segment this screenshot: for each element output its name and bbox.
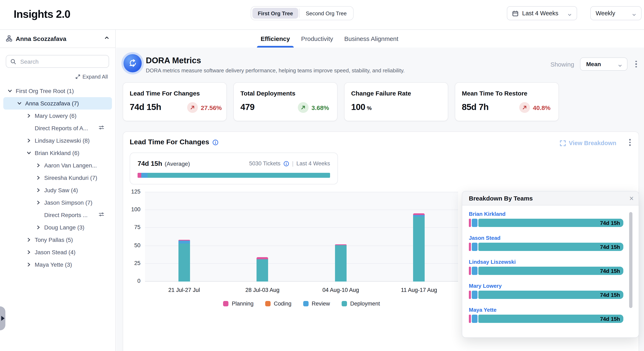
org-chart-icon (6, 35, 12, 42)
team-name-link[interactable]: Mary Lowery (469, 283, 502, 289)
tree-item-jason-simpson-7[interactable]: Jason Simpson (7) (3, 196, 112, 209)
chevron-right-icon[interactable] (36, 188, 41, 193)
bar-segment-review (472, 243, 478, 251)
chevron-right-icon[interactable] (36, 175, 41, 180)
date-range-dropdown[interactable]: Last 4 Weeks (507, 6, 577, 20)
filter-settings-icon[interactable] (98, 211, 104, 219)
aggregation-dropdown[interactable]: Mean (580, 58, 628, 71)
average-value-row: 74d 15h (Average) (138, 160, 190, 167)
expand-corners-icon (560, 140, 566, 146)
dora-kebab-menu-icon[interactable] (633, 61, 639, 68)
tree-item-lindsay-liszewski-8[interactable]: Lindsay Liszewski (8) (3, 134, 112, 147)
bar-segment-deployment: 74d 15h (478, 291, 623, 299)
date-range-value: Last 4 Weeks (522, 10, 558, 17)
tree-item-sireesha-kunduri-7[interactable]: Sireesha Kunduri (7) (3, 172, 112, 184)
tree-item-mary-lowery-6[interactable]: Mary Lowery (6) (3, 110, 112, 122)
tree-item-label: Lindsay Liszewski (8) (35, 137, 90, 144)
tree-item-judy-saw-4[interactable]: Judy Saw (4) (3, 184, 112, 196)
tree-item-aaron-van-langen[interactable]: Aaron Van Langen... (3, 159, 112, 172)
gridline-y-100 (145, 210, 458, 210)
tree-item-label: Maya Yette (3) (35, 261, 72, 268)
legend-item-deployment[interactable]: Deployment (342, 300, 380, 307)
team-name-link[interactable]: Lindsay Liszewski (469, 259, 516, 265)
panel-scrollbar-thumb[interactable] (629, 212, 632, 308)
tree-item-label: Mary Lowery (6) (35, 112, 76, 119)
legend-swatch (265, 301, 270, 306)
bar-04-aug-10-aug[interactable] (335, 244, 346, 281)
close-icon[interactable]: × (629, 195, 634, 202)
team-row-jason-stead: Jason Stead74d 15h (462, 234, 639, 258)
team-row-maya-yette: Maya Yette74d 15h (462, 305, 639, 329)
chevron-right-icon[interactable] (36, 225, 41, 230)
metric-title: Lead Time For Changes (130, 90, 200, 97)
chevron-down-icon[interactable] (17, 101, 22, 106)
view-breakdown-button[interactable]: View Breakdown (560, 140, 616, 146)
average-value: 74d 15h (138, 160, 162, 167)
y-tick-label: 50 (123, 242, 140, 248)
team-value: 74d 15h (600, 220, 620, 226)
tab-business-alignment[interactable]: Business Alignment (344, 29, 398, 48)
chevron-down-icon[interactable] (26, 151, 32, 155)
chevron-right-icon[interactable] (36, 200, 41, 205)
tree-item-direct-reports-of-a[interactable]: Direct Reports of A... (3, 122, 112, 134)
org-toggle-option-first-org-tree[interactable]: First Org Tree (252, 8, 298, 19)
team-name-link[interactable]: Brian Kirkland (469, 211, 506, 217)
expand-all-button[interactable]: Expand All (76, 74, 108, 80)
metric-unit: % (367, 105, 372, 111)
tree-item-brian-kirkland-6[interactable]: Brian Kirkland (6) (3, 147, 112, 159)
chevron-right-icon[interactable] (36, 163, 41, 168)
expand-panel-edge-button[interactable] (0, 306, 5, 330)
average-meta-row: 5030 Tickets | Last 4 Weeks (249, 160, 330, 167)
chevron-right-icon[interactable] (26, 262, 32, 267)
team-name-link[interactable]: Jason Stead (469, 235, 500, 241)
top-controls: Last 4 Weeks Weekly (507, 6, 642, 20)
bar-21-jul-27-jul[interactable] (178, 240, 190, 281)
breakdown-by-teams-panel: Breakdown By Teams × Brian Kirkland74d 1… (462, 191, 639, 338)
chevron-right-icon[interactable] (26, 138, 32, 143)
info-icon[interactable] (212, 139, 219, 145)
gridline-y-125 (145, 192, 458, 192)
chart-kebab-menu-icon[interactable] (627, 139, 633, 146)
tree-item-tony-pallas-5[interactable]: Tony Pallas (5) (3, 234, 112, 246)
filter-settings-icon[interactable] (98, 124, 104, 132)
tree-item-jason-stead-4[interactable]: Jason Stead (4) (3, 246, 112, 258)
tab-efficiency[interactable]: Efficiency (261, 29, 290, 48)
chevron-down-icon[interactable] (8, 89, 12, 93)
legend-item-planning[interactable]: Planning (223, 300, 254, 307)
bar-segment-planning (469, 219, 471, 227)
chevron-right-icon[interactable] (26, 237, 32, 242)
legend-item-coding[interactable]: Coding (265, 300, 292, 307)
gridline-y-50 (145, 245, 458, 246)
granularity-dropdown[interactable]: Weekly (590, 6, 642, 20)
gridline-y-0 (145, 281, 458, 281)
team-value: 74d 15h (600, 268, 620, 274)
avg-bar-segment-planning (138, 173, 141, 178)
tree-item-direct-reports[interactable]: Direct Reports ... (3, 209, 112, 221)
breakdown-panel-header: Breakdown By Teams × (462, 191, 639, 205)
tab-productivity[interactable]: Productivity (301, 29, 333, 48)
insights-dashboard: Insights 2.0 First Org TreeSecond Org Tr… (0, 0, 644, 351)
bar-28-jul-03-aug[interactable] (257, 257, 268, 282)
bar-segment-deployment: 74d 15h (478, 315, 623, 323)
team-name-link[interactable]: Maya Yette (469, 307, 496, 313)
tree-item-maya-yette-3[interactable]: Maya Yette (3) (3, 258, 112, 271)
bar-segment-deployment (413, 217, 425, 281)
legend-item-review[interactable]: Review (303, 300, 330, 307)
collapse-sidebar-chevron-up-icon[interactable] (104, 35, 110, 42)
bar-segment-review (472, 291, 478, 299)
chevron-right-icon[interactable] (26, 250, 32, 255)
metric-value: 479 (240, 102, 254, 112)
bar-11-aug-17-aug[interactable] (413, 213, 425, 281)
org-toggle-option-second-org-tree[interactable]: Second Org Tree (300, 8, 352, 19)
chevron-right-icon[interactable] (26, 113, 32, 118)
tree-item-first-org-tree-root-1[interactable]: First Org Tree Root (1) (3, 85, 112, 97)
trend-delta: 40.8% (533, 104, 550, 111)
org-tree-toggle: First Org TreeSecond Org Tree (251, 6, 354, 20)
avg-bar-segment-deployment (148, 173, 330, 178)
info-icon[interactable] (284, 161, 289, 166)
search-input[interactable] (20, 58, 104, 65)
org-tree: First Org Tree Root (1)Anna Scozzafava (… (0, 85, 115, 271)
tree-item-anna-scozzafava-7[interactable]: Anna Scozzafava (7) (3, 97, 112, 110)
y-tick-label: 75 (123, 224, 140, 230)
tree-item-doug-lange-3[interactable]: Doug Lange (3) (3, 221, 112, 234)
